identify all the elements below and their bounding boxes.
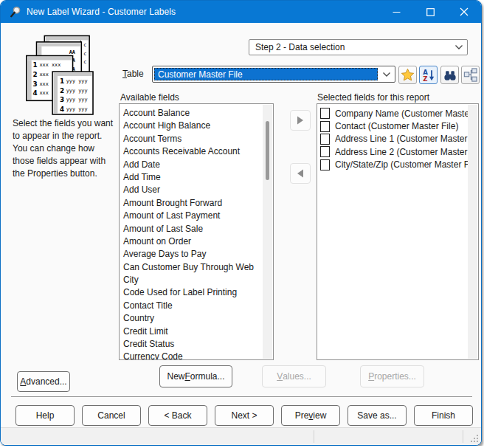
svg-text:yyy yyy: yyy yyy: [66, 97, 88, 103]
list-item[interactable]: Currency Code: [123, 351, 263, 359]
svg-text:c: c: [83, 59, 86, 65]
cancel-button[interactable]: Cancel: [82, 405, 141, 426]
wizard-graphic: c c c AA AA AA 1 xxx xxx 2 xxx: [18, 35, 94, 116]
list-item[interactable]: Country: [123, 312, 263, 325]
sidebar-description: Select the fields you want to appear in …: [13, 117, 116, 180]
arrow-right-icon: [297, 116, 304, 125]
field-box-icon: [320, 146, 330, 157]
field-box-icon: [320, 108, 330, 119]
svg-text:yyy yyy: yyy yyy: [66, 78, 88, 84]
move-right-button[interactable]: [290, 110, 311, 131]
advanced-button[interactable]: Advanced...: [17, 371, 70, 392]
list-item[interactable]: Contact Title: [123, 300, 263, 312]
back-button[interactable]: < Back: [148, 405, 207, 426]
step-selected-value: Step 2 - Data selection: [249, 42, 451, 52]
list-item[interactable]: Amount on Order: [123, 235, 263, 248]
list-item[interactable]: Amount of Last Payment: [123, 210, 263, 222]
separator: [11, 396, 472, 397]
chevron-down-icon: [451, 44, 467, 50]
svg-text:xxx: xxx: [39, 72, 48, 77]
list-item[interactable]: Credit Status: [123, 338, 263, 351]
svg-text:xxx: xxx: [39, 90, 48, 96]
list-item[interactable]: Account Terms: [123, 133, 263, 145]
list-item[interactable]: Address Line 1 (Customer Master File): [317, 133, 469, 145]
scrollbar-track[interactable]: [263, 105, 272, 359]
next-button[interactable]: Next >: [215, 405, 274, 426]
field-box-icon: [320, 159, 330, 170]
list-item[interactable]: Amount of Last Sale: [123, 223, 263, 235]
svg-text:4: 4: [33, 89, 38, 97]
save-as-button[interactable]: Save as...: [348, 405, 407, 426]
resize-grip[interactable]: [471, 435, 479, 443]
table-selected-value: Customer Master File: [154, 68, 378, 80]
svg-text:yyy yyy: yyy yyy: [66, 88, 88, 94]
svg-text:4: 4: [60, 106, 64, 113]
dialog-body: c c c AA AA AA 1 xxx xxx 2 xxx: [1, 23, 481, 445]
finish-button[interactable]: Finish: [414, 405, 473, 426]
help-button[interactable]: Help: [15, 405, 75, 426]
svg-text:yyy yyy: yyy yyy: [66, 106, 88, 112]
properties-button[interactable]: Properties...: [360, 365, 424, 387]
new-formula-button[interactable]: New Formula...: [159, 365, 232, 387]
status-bar: [1, 427, 481, 445]
list-item[interactable]: Add Time: [123, 171, 263, 184]
list-item-label: City/State/Zip (Customer Master File): [335, 159, 469, 170]
chevron-down-icon: [378, 66, 395, 82]
window-title: New Label Wizard - Customer Labels: [27, 7, 176, 17]
list-item[interactable]: Average Days to Pay: [123, 248, 263, 261]
list-item[interactable]: City/State/Zip (Customer Master File): [317, 159, 469, 171]
svg-text:xxx xxx: xxx xxx: [39, 62, 60, 68]
list-item[interactable]: Add Date: [123, 159, 263, 171]
status-separator: [463, 430, 463, 443]
list-item-label: Company Name (Customer Master File): [335, 108, 469, 119]
svg-text:2: 2: [60, 87, 64, 94]
svg-text:xxx: xxx: [39, 81, 48, 87]
maximize-button[interactable]: [413, 1, 447, 23]
sort-az-button[interactable]: A Z: [419, 66, 438, 84]
available-fields-label: Available fields: [120, 92, 179, 103]
list-item[interactable]: Accounts Receivable Account: [123, 145, 263, 158]
titlebar[interactable]: New Label Wizard - Customer Labels: [1, 1, 481, 23]
binoculars-icon: [443, 69, 457, 82]
list-item[interactable]: Can Customer Buy Through Web: [123, 261, 263, 274]
svg-text:AA: AA: [69, 49, 76, 55]
list-item[interactable]: Address Line 2 (Customer Master File): [317, 145, 469, 158]
table-label: Table: [122, 69, 144, 79]
find-button[interactable]: [440, 66, 459, 84]
scrollbar-track[interactable]: [468, 105, 477, 359]
table-select[interactable]: Customer Master File: [152, 66, 395, 83]
list-item[interactable]: Code Used for Label Printing: [123, 286, 263, 299]
list-item[interactable]: Company Name (Customer Master File): [317, 107, 469, 120]
list-item[interactable]: Contact (Customer Master File): [317, 120, 469, 132]
scrollbar-thumb[interactable]: [266, 121, 269, 180]
svg-text:1: 1: [33, 61, 38, 69]
list-item[interactable]: Account High Balance: [123, 120, 263, 132]
field-box-icon: [320, 121, 330, 132]
table-links-button[interactable]: [461, 66, 480, 84]
links-tree-icon: [463, 68, 477, 82]
close-button[interactable]: [447, 1, 481, 23]
magnifier-icon: [9, 6, 21, 18]
favorites-button[interactable]: [398, 66, 417, 84]
list-item[interactable]: Credit Limit: [123, 325, 263, 338]
minimize-button[interactable]: [379, 1, 413, 23]
svg-text:Z: Z: [423, 75, 427, 82]
values-button[interactable]: Values...: [262, 365, 326, 387]
selected-fields-label: Selected fields for this report: [317, 92, 429, 103]
close-icon: [460, 7, 469, 16]
svg-text:c: c: [83, 51, 86, 57]
status-separator: [314, 430, 314, 443]
list-item-label: Address Line 1 (Customer Master File): [335, 134, 469, 144]
step-select[interactable]: Step 2 - Data selection: [249, 39, 468, 55]
list-item[interactable]: Account Balance: [123, 107, 263, 120]
preview-button[interactable]: Preview: [281, 405, 340, 426]
selected-fields-list[interactable]: Company Name (Customer Master File) Cont…: [317, 103, 479, 360]
arrow-left-icon: [297, 169, 304, 178]
svg-text:c: c: [83, 42, 86, 48]
list-item[interactable]: Add User: [123, 184, 263, 196]
list-item[interactable]: City: [123, 274, 263, 286]
dialog-window: New Label Wizard - Customer Labels c: [0, 0, 482, 446]
move-left-button[interactable]: [290, 163, 311, 184]
list-item[interactable]: Amount Brought Forward: [123, 197, 263, 210]
available-fields-list[interactable]: Account Balance Account High Balance Acc…: [119, 103, 274, 360]
